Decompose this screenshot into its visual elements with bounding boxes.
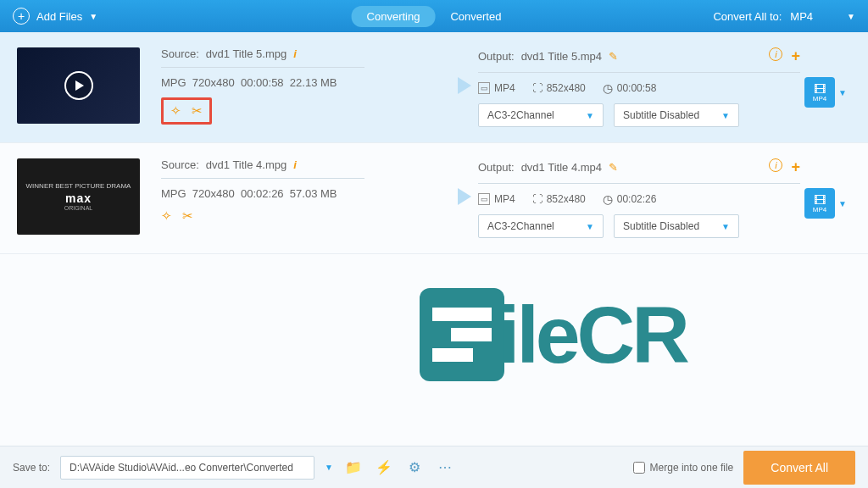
- settings-icon[interactable]: ⚙: [404, 458, 425, 478]
- convert-all-to-control[interactable]: Convert All to: MP4 ▼: [713, 10, 855, 23]
- output-format-column: 🎞 MP4 ▼: [800, 47, 851, 108]
- effect-icon[interactable]: ✧: [170, 103, 181, 119]
- cut-icon[interactable]: ✂: [192, 103, 203, 119]
- accelerate-icon[interactable]: ⚡: [374, 458, 394, 478]
- arrow-separator: [458, 47, 478, 94]
- chevron-down-icon: ▼: [89, 12, 97, 21]
- plus-icon: +: [13, 8, 30, 25]
- output-label: Output:: [478, 161, 515, 174]
- audio-select[interactable]: AC3-2Channel▼: [478, 214, 604, 238]
- file-item-row[interactable]: WINNER BEST PICTURE DRAMA max ORIGINAL S…: [0, 143, 868, 254]
- file-item-row[interactable]: Source: dvd1 Title 5.mpg i MPG 720x480 0…: [0, 32, 868, 143]
- clock-icon: [603, 81, 613, 95]
- output-filename: dvd1 Title 5.mp4: [521, 50, 602, 63]
- format-badge-button[interactable]: 🎞 MP4: [804, 77, 835, 108]
- tab-converting[interactable]: Converting: [352, 6, 436, 27]
- output-format-column: 🎞 MP4 ▼: [800, 158, 851, 219]
- source-label: Source:: [161, 47, 199, 60]
- edit-icon[interactable]: ✎: [609, 161, 618, 174]
- clock-icon: [603, 192, 613, 206]
- divider: [478, 183, 800, 184]
- divider: [161, 178, 364, 179]
- source-filename: dvd1 Title 4.mpg: [206, 158, 287, 171]
- info-circle-icon[interactable]: i: [769, 158, 782, 172]
- save-path-input[interactable]: D:\AVAide Studio\AVAid...eo Converter\Co…: [60, 456, 314, 480]
- info-icon[interactable]: i: [293, 158, 297, 171]
- chevron-down-icon[interactable]: ▼: [838, 88, 847, 97]
- film-icon: 🎞: [814, 83, 826, 95]
- divider: [478, 72, 800, 73]
- chevron-down-icon: ▼: [721, 111, 730, 120]
- arrow-right-icon: [458, 188, 471, 205]
- subtitle-select[interactable]: Subtitle Disabled▼: [614, 103, 739, 127]
- add-files-label: Add Files: [36, 10, 82, 23]
- arrow-right-icon: [458, 77, 471, 94]
- output-column: Output: dvd1 Title 4.mp4 ✎ i + ▭MP4 852x…: [478, 158, 800, 238]
- output-metadata: ▭MP4 852x480 00:00:58: [478, 81, 800, 95]
- video-thumbnail[interactable]: [17, 47, 140, 124]
- chevron-down-icon: ▼: [847, 12, 855, 21]
- source-label: Source:: [161, 158, 199, 171]
- source-column: Source: dvd1 Title 5.mpg i MPG 720x480 0…: [140, 47, 458, 125]
- edit-tools: ✧ ✂: [161, 208, 458, 224]
- tab-converted[interactable]: Converted: [435, 6, 516, 27]
- chevron-down-icon: ▼: [586, 222, 594, 231]
- chevron-down-icon[interactable]: ▼: [325, 463, 333, 472]
- resolution-icon: [532, 193, 542, 205]
- plus-icon[interactable]: +: [791, 47, 800, 65]
- source-metadata: MPG 720x480 00:02:26 57.03 MB: [161, 187, 458, 200]
- output-filename: dvd1 Title 4.mp4: [521, 161, 602, 174]
- play-icon[interactable]: [64, 71, 93, 100]
- subtitle-select[interactable]: Subtitle Disabled▼: [614, 214, 739, 238]
- film-icon: 🎞: [814, 194, 826, 206]
- output-column: Output: dvd1 Title 5.mp4 ✎ i + ▭MP4 852x…: [478, 47, 800, 127]
- video-icon: ▭: [478, 82, 490, 94]
- app-footer: Save to: D:\AVAide Studio\AVAid...eo Con…: [0, 446, 868, 488]
- convert-all-format: MP4: [790, 10, 813, 23]
- edit-icon[interactable]: ✎: [609, 50, 618, 63]
- folder-icon[interactable]: 📁: [343, 458, 364, 478]
- edit-tools-highlighted: ✧ ✂: [161, 97, 212, 125]
- watermark-logo: ileCR: [420, 288, 687, 381]
- merge-checkbox[interactable]: Merge into one file: [633, 462, 734, 474]
- source-metadata: MPG 720x480 00:00:58 22.13 MB: [161, 76, 458, 89]
- info-circle-icon[interactable]: i: [769, 47, 782, 61]
- tab-bar: Converting Converted: [352, 6, 517, 27]
- more-icon[interactable]: ⋯: [435, 458, 455, 478]
- output-metadata: ▭MP4 852x480 00:02:26: [478, 192, 800, 206]
- merge-checkbox-input[interactable]: [633, 462, 645, 474]
- format-badge-button[interactable]: 🎞 MP4: [804, 188, 835, 219]
- audio-select[interactable]: AC3-2Channel▼: [478, 103, 604, 127]
- save-to-label: Save to:: [13, 462, 50, 474]
- chevron-down-icon: ▼: [586, 111, 594, 120]
- app-header: + Add Files ▼ Converting Converted Conve…: [0, 0, 868, 32]
- info-icon[interactable]: i: [293, 47, 297, 60]
- source-filename: dvd1 Title 5.mpg: [206, 47, 287, 60]
- output-label: Output:: [478, 50, 515, 63]
- chevron-down-icon: ▼: [721, 222, 730, 231]
- cut-icon[interactable]: ✂: [182, 208, 193, 224]
- resolution-icon: [532, 82, 542, 94]
- video-thumbnail[interactable]: WINNER BEST PICTURE DRAMA max ORIGINAL: [17, 158, 140, 235]
- arrow-separator: [458, 158, 478, 205]
- plus-icon[interactable]: +: [791, 158, 800, 176]
- convert-all-label: Convert All to:: [713, 10, 782, 23]
- source-column: Source: dvd1 Title 4.mpg i MPG 720x480 0…: [140, 158, 458, 224]
- divider: [161, 67, 364, 68]
- effect-icon[interactable]: ✧: [161, 208, 172, 224]
- convert-all-button[interactable]: Convert All: [743, 451, 855, 485]
- chevron-down-icon[interactable]: ▼: [838, 199, 847, 208]
- video-icon: ▭: [478, 193, 490, 205]
- add-files-button[interactable]: + Add Files ▼: [13, 8, 97, 25]
